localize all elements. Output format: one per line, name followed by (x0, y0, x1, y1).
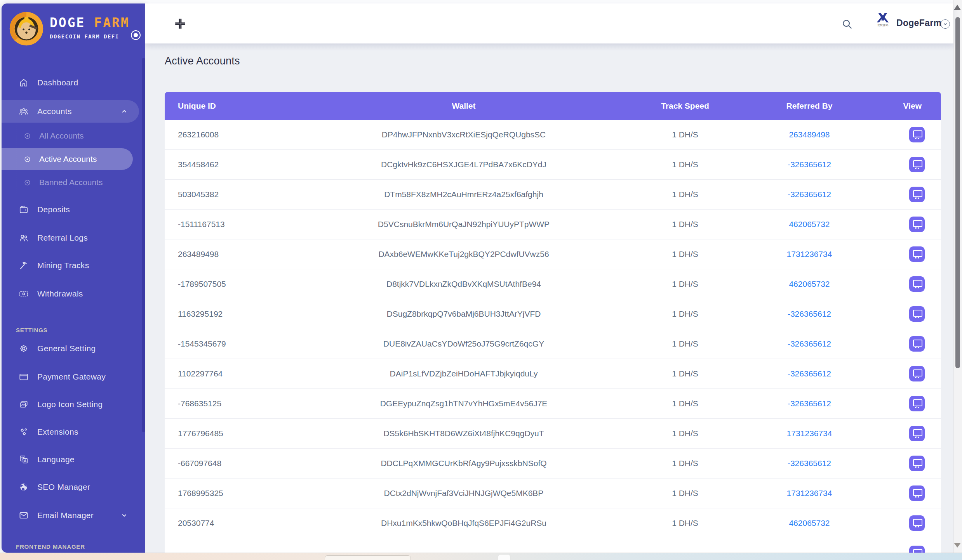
view-button[interactable] (909, 246, 925, 262)
sidebar-label: Payment Gateway (37, 372, 106, 381)
page-scrollbar-thumb[interactable] (955, 17, 960, 368)
sidebar-label: Accounts (37, 107, 72, 116)
images-icon (19, 399, 29, 409)
cell-track-speed: 1 DH/S (615, 429, 755, 438)
referred-by-link[interactable]: 462065732 (789, 518, 830, 527)
cell-track-speed: 1 DH/S (615, 250, 755, 259)
referred-by-link[interactable]: 462065732 (789, 220, 830, 229)
sidebar-scrollbar-thumb[interactable] (142, 58, 145, 432)
user-avatar[interactable]: 优快源码 (874, 12, 892, 35)
cell-track-speed: 1 DH/S (615, 369, 755, 378)
referred-by-link[interactable]: -326365612 (788, 369, 831, 378)
view-button[interactable] (909, 217, 925, 232)
cell-wallet: DCgktvHk9zC6HSXJGE4L7PdBA7x6KcDYdJ (312, 160, 615, 169)
referred-by-link[interactable]: 1731236734 (787, 250, 832, 258)
cell-track-speed: 1 DH/S (615, 518, 755, 528)
cell-track-speed: 1 DH/S (615, 190, 755, 199)
view-button[interactable] (909, 546, 925, 553)
cell-track-speed: 1 DH/S (615, 399, 755, 408)
sidebar-item-referral-logs[interactable]: Referral Logs (2, 227, 139, 249)
brand-title-secondary: FARM (94, 15, 129, 30)
view-button[interactable] (909, 306, 925, 322)
sidebar-item-accounts[interactable]: Accounts (2, 100, 139, 123)
table-row: -667097648 DDCLPqXMMGCUrKbRfAgy9Pujxsskb… (165, 449, 941, 479)
referred-by-link[interactable]: -326365612 (788, 399, 831, 408)
gear-icon (19, 343, 29, 354)
background-window-square (498, 555, 510, 560)
view-button[interactable] (909, 426, 925, 441)
gears-cluster-icon (19, 427, 29, 437)
cell-track-speed: 1 DH/S (615, 339, 755, 348)
sidebar-item-seo-manager[interactable]: SEO Manager (2, 476, 139, 498)
globe-icon (19, 482, 29, 492)
view-button[interactable] (909, 366, 925, 381)
table-row: 503045382 DTm58FX8zMH2cAuHmrERz4a25xf6af… (165, 180, 941, 210)
referred-by-link[interactable]: -326365612 (788, 190, 831, 199)
sidebar-item-logo-icon-setting[interactable]: Logo Icon Setting (2, 394, 139, 415)
banknote-icon (19, 289, 29, 299)
view-button[interactable] (909, 127, 925, 142)
view-button[interactable] (909, 396, 925, 411)
table-row: -1789507505 D8tjkk7VDLkxnZkQdBvXKqMSUtAt… (165, 269, 941, 299)
table-row: 354458462 DCgktvHk9zC6HSXJGE4L7PdBA7x6Kc… (165, 150, 941, 180)
referred-by-link[interactable]: 1731236734 (787, 429, 832, 438)
referred-by-link[interactable]: 1731236734 (787, 489, 832, 498)
cell-wallet: DS5k6HbSKHT8D6WZ6iXt48fjhKC9qgDyuT (312, 429, 615, 438)
cell-track-speed: 1 DH/S (615, 130, 755, 139)
cell-track-speed: 1 DH/S (615, 160, 755, 169)
brand-header: DOGE FARM DOGECOIN FARM DEFI (2, 3, 145, 62)
sidebar-item-withdrawals[interactable]: Withdrawals (2, 283, 139, 305)
view-button[interactable] (909, 187, 925, 202)
table-row: 263216008 DP4hwJFPNxnbV3xcRtXiESjqQeRQUg… (165, 120, 941, 150)
sidebar-label: Extensions (37, 427, 78, 437)
sidebar-item-banned-accounts[interactable]: Banned Accounts (2, 172, 133, 193)
sidebar-item-extensions[interactable]: Extensions (2, 421, 139, 443)
cell-track-speed: 1 DH/S (615, 459, 755, 468)
sidebar-label: SEO Manager (37, 482, 90, 492)
main-area: 优快源码 DogeFarm Active Accounts Unique ID … (145, 3, 953, 553)
view-button[interactable] (909, 276, 925, 292)
referred-by-link[interactable]: 263489498 (789, 130, 830, 139)
page-scrollbar-track[interactable] (953, 0, 962, 553)
sidebar-item-dashboard[interactable]: Dashboard (2, 72, 139, 94)
sidebar-item-deposits[interactable]: Deposits (2, 199, 139, 220)
referred-by-link[interactable]: 462065732 (789, 279, 830, 288)
sidebar-item-general-setting[interactable]: General Setting (2, 338, 139, 359)
user-menu-chevron[interactable] (941, 19, 950, 29)
sidebar-item-payment-gateway[interactable]: Payment Gateway (2, 366, 139, 388)
sidebar-collapse-button[interactable] (173, 17, 187, 31)
translate-icon (19, 454, 29, 465)
search-button[interactable] (841, 18, 853, 30)
sidebar-pin-toggle[interactable] (131, 30, 141, 40)
sidebar-item-email-manager[interactable]: Email Manager (2, 505, 139, 526)
view-button[interactable] (909, 485, 925, 501)
view-button[interactable] (909, 157, 925, 172)
sidebar-item-mining-tracks[interactable]: Mining Tracks (2, 255, 139, 276)
sidebar-label: Withdrawals (37, 289, 83, 298)
user-menu-label[interactable]: DogeFarm (896, 18, 941, 28)
column-header-view: View (864, 101, 941, 111)
sidebar-item-active-accounts[interactable]: Active Accounts (2, 148, 133, 170)
chevron-down-icon (120, 511, 128, 519)
referred-by-link[interactable]: -326365612 (788, 309, 831, 318)
cell-unique-id: -1511167513 (165, 220, 312, 229)
cell-wallet: DHxu1mKx5hkwQoBHqJfqS6EPJFi4G2uRSu (312, 518, 615, 528)
view-button[interactable] (909, 515, 925, 531)
view-button[interactable] (909, 336, 925, 352)
search-icon (841, 18, 853, 30)
column-header-referred-by: Referred By (755, 101, 864, 111)
scroll-down-arrow-icon (954, 543, 960, 548)
referred-by-link[interactable]: -326365612 (788, 459, 831, 468)
view-button[interactable] (909, 456, 925, 471)
sidebar-item-language[interactable]: Language (2, 449, 139, 470)
referred-by-link[interactable]: -326365612 (788, 160, 831, 169)
sidebar-section-settings: SETTINGS (16, 327, 132, 333)
sidebar-label: Referral Logs (37, 233, 88, 243)
referred-by-link[interactable]: -326365612 (788, 339, 831, 348)
scroll-up-arrow-icon (954, 5, 961, 10)
sidebar-item-all-accounts[interactable]: All Accounts (2, 125, 133, 147)
cell-unique-id: 263216008 (165, 130, 312, 139)
cell-unique-id: 1163295192 (165, 309, 312, 319)
sidebar-label: Language (37, 455, 75, 464)
cell-unique-id: 1102297764 (165, 369, 312, 378)
